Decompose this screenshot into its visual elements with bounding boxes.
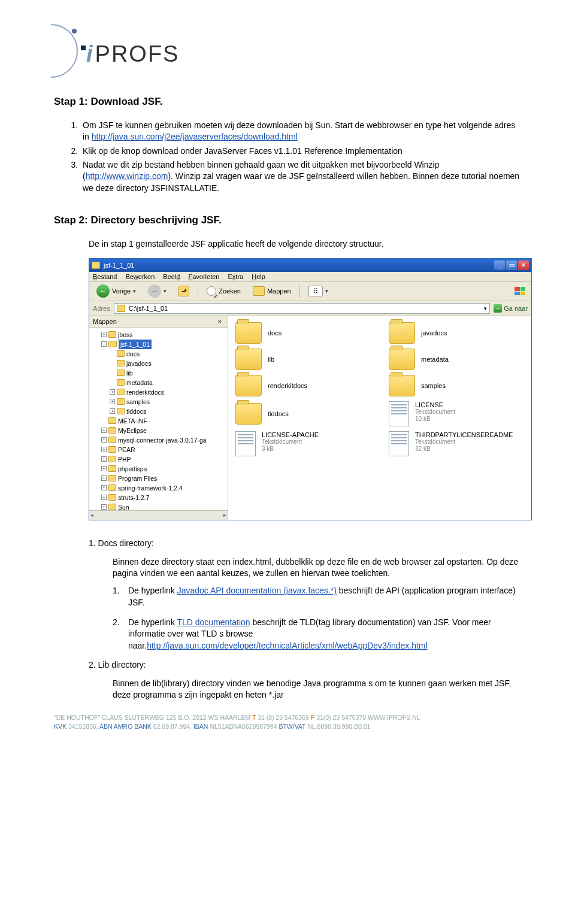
- search-button[interactable]: Zoeken: [203, 285, 244, 297]
- maximize-button[interactable]: ▭: [506, 260, 517, 270]
- folder-icon: [389, 322, 415, 344]
- tree-close-button[interactable]: ×: [216, 318, 224, 325]
- folder-item[interactable]: renderkitdocs: [235, 375, 371, 396]
- folder-label: samples: [421, 382, 446, 389]
- tree-node[interactable]: +MyEclipse: [90, 426, 226, 435]
- footer-t-label: T: [252, 714, 258, 721]
- folder-item[interactable]: metadata: [389, 349, 524, 370]
- menu-help[interactable]: Help: [252, 273, 265, 280]
- docs-sub1-a: De hyperlink: [128, 586, 177, 595]
- tree-node[interactable]: lib: [90, 368, 226, 378]
- tree-node[interactable]: +struts-1.2.7: [90, 493, 226, 502]
- tree-node[interactable]: +renderkitdocs: [90, 387, 226, 397]
- tree-node[interactable]: +phpedispa: [90, 464, 226, 474]
- logo-i: i: [86, 41, 94, 67]
- menu-fav[interactable]: Favorieten: [188, 273, 219, 280]
- tree-node[interactable]: +samples: [90, 397, 226, 407]
- textfile-icon: [389, 431, 409, 456]
- chevron-down-icon: ▾: [133, 288, 136, 294]
- folder-icon: [389, 349, 415, 370]
- menu-view[interactable]: Beeld: [163, 273, 180, 280]
- step1-item3: Nadat we dit zip bestand hebben binnen g…: [80, 159, 521, 194]
- tree-node[interactable]: +mysql-connector-java-3.0.17-ga: [90, 435, 226, 445]
- go-button[interactable]: → Ga naar: [494, 304, 528, 313]
- menu-edit[interactable]: Bewerken: [125, 273, 155, 280]
- back-label: Vorige: [112, 287, 131, 295]
- menu-extra[interactable]: Extra: [228, 273, 243, 280]
- footer-btw: NL.8098.38.990.B0.01: [307, 723, 370, 730]
- tree-heading: Mappen: [93, 318, 117, 325]
- footer-address: "DE HOUTHOF" CLAUS SLUTERWEG 125 B.O. 20…: [54, 714, 252, 721]
- go-label: Ga naar: [504, 305, 528, 312]
- tree-node-selected[interactable]: −jsf-1_1_01: [90, 340, 226, 349]
- folder-label: lib: [268, 356, 274, 363]
- tree-node[interactable]: metadata: [90, 378, 226, 387]
- logo: i PROFS: [54, 36, 521, 72]
- folder-item[interactable]: lib: [235, 349, 371, 370]
- folders-icon: [253, 286, 265, 296]
- file-item[interactable]: LICENSE-APACHETekstdocument3 kB: [235, 431, 371, 456]
- tree-node[interactable]: +spring-framework-1.2.4: [90, 483, 226, 493]
- folder-tree: Mappen × +jboss −jsf-1_1_01 docs javadoc…: [89, 316, 228, 520]
- step2-heading: Stap 2: Directory beschrijving JSF.: [54, 214, 521, 226]
- explorer-window: jsf-1_1_01 _ ▭ × Bestand Bewerken Beeld …: [89, 258, 532, 520]
- textfile-icon: [235, 431, 256, 456]
- titlebar[interactable]: jsf-1_1_01 _ ▭ ×: [89, 259, 531, 272]
- step1-heading: Stap 1: Download JSF.: [54, 96, 521, 108]
- close-button[interactable]: ×: [518, 260, 529, 270]
- footer-bank: 62.89.87.994,: [153, 723, 193, 730]
- file-name: LICENSE: [415, 401, 455, 408]
- tree-node[interactable]: +PHP: [90, 455, 226, 464]
- forward-button[interactable]: → ▾: [144, 283, 170, 299]
- menu-file[interactable]: Bestand: [93, 273, 117, 280]
- footer-iban: NL51ABNA0628987994: [210, 723, 279, 730]
- lib-num: 2.: [89, 660, 96, 669]
- back-icon: ←: [96, 284, 110, 298]
- tld-doc-link[interactable]: TLD documentation: [177, 617, 250, 627]
- tree-node[interactable]: javadocs: [90, 359, 226, 368]
- up-button[interactable]: ⬏: [175, 284, 193, 298]
- chevron-down-icon: ▾: [325, 288, 328, 294]
- winzip-link[interactable]: http://www.winzip.com: [86, 171, 168, 181]
- folder-label: tlddocs: [268, 410, 289, 417]
- chevron-down-icon[interactable]: ▾: [484, 305, 487, 311]
- tree-node[interactable]: +tlddocs: [90, 407, 226, 416]
- footer-kvk-label: KVK: [54, 723, 68, 730]
- step1-item2: Klik op de knop download onder JavaServe…: [80, 146, 521, 157]
- tree-node[interactable]: +jboss: [90, 330, 226, 340]
- scrollbar-horizontal[interactable]: ◂▸: [89, 510, 228, 520]
- footer-iban-label: IBAN: [193, 723, 210, 730]
- file-type: Tekstdocument: [415, 408, 455, 416]
- javadoc-api-link[interactable]: Javadoc API documentation (javax.faces.*…: [177, 586, 337, 595]
- tld-more-link[interactable]: http://java.sun.com/developer/technicalA…: [147, 641, 427, 650]
- jsf-download-link[interactable]: http://java.sun.com/j2ee/javaserverfaces…: [92, 132, 298, 141]
- tree-node[interactable]: +Program Files: [90, 474, 226, 483]
- footer-f-label: F: [311, 714, 316, 721]
- tree-node[interactable]: META-INF: [90, 416, 226, 426]
- file-item[interactable]: LICENSETekstdocument10 kB: [389, 401, 524, 426]
- file-item[interactable]: THIRDPARTYLICENSEREADMETekstdocument32 k…: [389, 431, 524, 456]
- window-title: jsf-1_1_01: [104, 262, 134, 269]
- folder-item[interactable]: docs: [235, 322, 371, 344]
- tree-node[interactable]: docs: [90, 349, 226, 359]
- docs-p1: Binnen deze directory staat een index.ht…: [113, 556, 521, 580]
- footer-fax: 31(0) 23 5476370: [316, 714, 368, 721]
- address-field[interactable]: C:\jsf-1_1_01 ▾: [114, 303, 491, 314]
- folder-item[interactable]: samples: [389, 375, 524, 396]
- file-name: LICENSE-APACHE: [262, 431, 319, 438]
- folders-button[interactable]: Mappen: [249, 285, 295, 297]
- minimize-button[interactable]: _: [494, 260, 505, 270]
- step2-intro: De in stap 1 geïnstalleerde JSF applicat…: [89, 238, 521, 250]
- docs-sub2-a: De hyperlink: [128, 617, 177, 627]
- back-button[interactable]: ← Vorige ▾: [93, 283, 140, 299]
- up-icon: ⬏: [178, 286, 189, 296]
- search-label: Zoeken: [219, 287, 241, 295]
- step1-item1: Om JSF te kunnen gebruiken moeten wij de…: [80, 120, 521, 143]
- folder-item[interactable]: javadocs: [389, 322, 524, 344]
- views-button[interactable]: ⠿ ▾: [305, 284, 332, 298]
- folder-item[interactable]: tlddocs: [235, 401, 371, 426]
- lib-p1: Binnen de lib(library) directory vinden …: [113, 678, 521, 701]
- footer-tel: 31 (0) 23 5476369: [258, 714, 311, 721]
- file-type: Tekstdocument: [262, 438, 319, 446]
- tree-node[interactable]: +PEAR: [90, 445, 226, 455]
